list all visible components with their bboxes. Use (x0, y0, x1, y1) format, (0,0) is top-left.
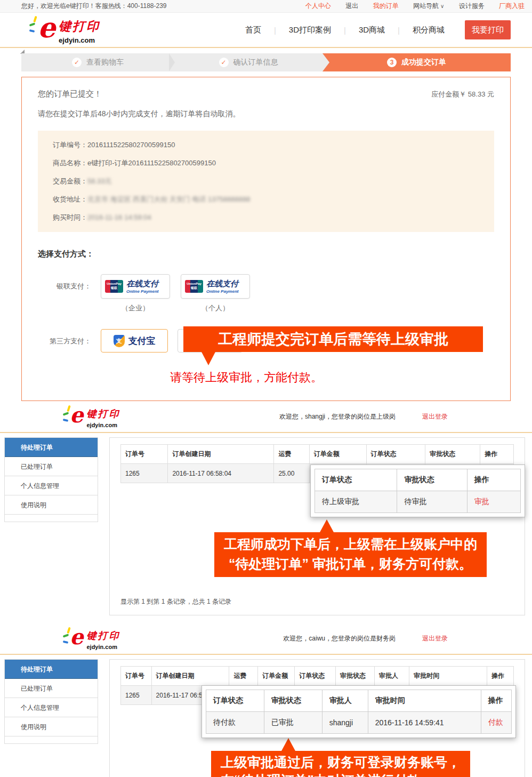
payable-amount-unit: 元 (487, 90, 494, 98)
col-order-status: 订单状态 (366, 445, 425, 464)
welcome-hotline-text: 您好，欢迎光临e键打印！客服热线：400-1188-239 (21, 2, 167, 11)
popup-col-action: 操作 (481, 690, 511, 712)
col-approver: 审批人 (374, 667, 409, 686)
logo-domain-text: ejdyin.com (59, 36, 100, 44)
payment-deadline-note: 请您在提交订单后48小时内完成支付，逾期订单将自动取消。 (38, 109, 494, 119)
logo-sparks-icon (29, 16, 38, 37)
site-logo[interactable]: e 键打印 ejdyin.com (63, 627, 120, 650)
link-personal-center[interactable]: 个人中心 (305, 2, 331, 10)
nav-3d-mall[interactable]: 3D商城 (359, 25, 385, 35)
nav-separator: | (274, 26, 276, 35)
nav-separator: | (398, 26, 400, 35)
sidebar-item-processed-orders[interactable]: 已处理订单 (5, 457, 98, 476)
popup-col-order-status: 订单状态 (206, 690, 264, 712)
check-icon: ✓ (219, 58, 229, 67)
order-submitted-message: 您的订单已提交！ (38, 89, 102, 99)
popup-col-action: 操作 (467, 469, 520, 491)
logo-e-glyph: e (70, 405, 83, 424)
popup-pay-link[interactable]: 付款 (481, 712, 511, 734)
callout-line-2: “待处理订单” 审批订单，财务方可付款。 (224, 554, 477, 574)
col-approval-status: 审批状态 (425, 445, 480, 464)
main-nav: 首页 | 3D打印案例 | 3D商城 | 积分商城 (245, 25, 445, 35)
order-result-box: 您的订单已提交！ 应付金额￥ 58.33 元 请您在提交订单后48小时内完成支付… (21, 77, 511, 401)
nav-3d-cases[interactable]: 3D打印案例 (289, 25, 331, 35)
unionpay-personal-button[interactable]: UnionPay银联 在线支付 Online Payment (181, 274, 250, 299)
checkout-steps: ✓ 查看购物车 ✓ 确认订单信息 3 成功提交订单 (21, 53, 511, 71)
callout-line-1: 工程师成功下单后，上级需在上级账户中的 (224, 534, 477, 554)
sidebar-item-pending-orders[interactable]: 待处理订单 (5, 438, 98, 457)
chevron-down-icon: ∨ (440, 3, 444, 9)
approval-callout-banner: 工程师提交完订单后需等待上级审批 (183, 326, 483, 352)
sidebar-item-instructions[interactable]: 使用说明 (5, 495, 98, 515)
payable-amount-value: 58.33 (468, 90, 486, 98)
finance-header: e 键打印 ejdyin.com 欢迎您，caiwu，您登录的岗位是财务岗 退出… (0, 623, 532, 654)
popup-col-approval-status: 审批状态 (397, 469, 467, 491)
finance-panel: e 键打印 ejdyin.com 欢迎您，caiwu，您登录的岗位是财务岗 退出… (0, 623, 532, 777)
buy-time-value-blurred: 2016-11-16 14:59:04 (87, 213, 151, 221)
link-my-orders[interactable]: 我的订单 (373, 2, 399, 10)
cell-order-no: 1265 (121, 686, 152, 705)
sidebar-item-processed-orders[interactable]: 已处理订单 (5, 679, 98, 698)
unionpay-enterprise-button[interactable]: UnionPay银联 在线支付 Online Payment (101, 274, 170, 299)
sidebar-item-empty (5, 515, 98, 522)
i-want-print-button[interactable]: 我要打印 (465, 20, 511, 39)
finance-logout-link[interactable]: 退出登录 (422, 634, 448, 643)
link-design-service[interactable]: 设计服务 (459, 2, 485, 10)
header-divider (0, 47, 532, 48)
nav-home[interactable]: 首页 (245, 25, 261, 35)
callout-arrow-up-icon (320, 519, 334, 532)
product-name-value: e键打印-订单20161115225802700599150 (87, 159, 216, 167)
unionpay-personal-caption: （个人） (181, 303, 250, 313)
popup-approve-link[interactable]: 审批 (467, 491, 520, 513)
logo-domain-text: ejdyin.com (86, 422, 120, 428)
unionpay-label: 银联支付： (38, 282, 91, 313)
supervisor-welcome-text: 欢迎您，shangji，您登录的岗位是上级岗 (279, 412, 396, 421)
site-logo[interactable]: e 键打印 ejdyin.com (29, 16, 100, 44)
cell-created-date: 2016-11-17 06:58:04 (168, 464, 274, 483)
order-no-value: 20161115225802700599150 (87, 141, 175, 149)
popup-col-approval-time: 审批时间 (368, 690, 481, 712)
unionpay-online-pay-cn: 在线支付 (126, 279, 158, 289)
sidebar-item-empty (5, 736, 98, 744)
logo-sparks-icon (63, 627, 70, 644)
col-shipping-fee: 运费 (229, 667, 258, 686)
step-confirm-order: ✓ 确认订单信息 (174, 53, 323, 71)
logo-domain-text: ejdyin.com (86, 644, 120, 650)
alipay-button[interactable]: 支付宝 (101, 329, 168, 353)
col-order-amount: 订单金额 (258, 667, 295, 686)
link-vendor-join[interactable]: 厂商入驻 (499, 2, 525, 10)
popup-cell-approver: shangji (322, 712, 368, 734)
supervisor-logout-link[interactable]: 退出登录 (422, 412, 448, 421)
wait-approval-note: 请等待上级审批，方能付款。 (170, 370, 494, 386)
link-site-nav[interactable]: 网站导航 (413, 2, 439, 10)
unionpay-brand-en: UnionPay (105, 282, 123, 286)
sidebar-item-personal-info[interactable]: 个人信息管理 (5, 698, 98, 717)
popup-cell-approval-status: 已审批 (264, 712, 322, 734)
buy-time-label: 购买时间： (53, 213, 87, 221)
callout-line-1: 上级审批通过后，财务可登录财务账号， (221, 753, 461, 771)
unionpay-online-pay-en: Online Payment (126, 289, 158, 294)
logo-e-glyph: e (38, 16, 55, 39)
finance-callout-banner: 上级审批通过后，财务可登录财务账号， 在“待处理订单”中对订单进行付款。 (211, 751, 470, 777)
popup-cell-approval-time: 2016-11-16 14:59:41 (368, 712, 481, 734)
logo-cn-text: 键打印 (86, 629, 120, 642)
ship-address-value-blurred: 北京市 海淀区 西直门大街 天安门 电话 13758888888 (87, 195, 251, 203)
site-logo[interactable]: e 键打印 ejdyin.com (63, 405, 120, 428)
sidebar-item-instructions[interactable]: 使用说明 (5, 717, 98, 736)
popup-cell-approval-status: 待审批 (397, 491, 467, 513)
col-order-no: 订单号 (121, 667, 152, 686)
sidebar-item-personal-info[interactable]: 个人信息管理 (5, 476, 98, 495)
col-shipping-fee: 运费 (274, 445, 309, 464)
thirdparty-row: 第三方支付： 支付宝 工程师提交完订单后需等待上级审批 (38, 329, 494, 353)
unionpay-logo-icon: UnionPay银联 (185, 280, 203, 293)
alipay-shield-icon (114, 335, 125, 347)
sidebar-item-pending-orders[interactable]: 待处理订单 (5, 660, 98, 679)
step-label: 成功提交订单 (401, 58, 446, 67)
site-header: e 键打印 ejdyin.com 首页 | 3D打印案例 | 3D商城 | 积分… (0, 13, 532, 47)
order-submit-card: ✓ 查看购物车 ✓ 确认订单信息 3 成功提交订单 您的订单已提交！ 应付金额￥… (21, 53, 511, 401)
step-number-icon: 3 (387, 58, 397, 67)
popup-col-approval-status: 审批状态 (264, 690, 322, 712)
link-logout[interactable]: 退出 (345, 2, 358, 10)
finance-welcome-text: 欢迎您，caiwu，您登录的岗位是财务岗 (283, 634, 396, 643)
nav-points-mall[interactable]: 积分商城 (413, 25, 445, 35)
